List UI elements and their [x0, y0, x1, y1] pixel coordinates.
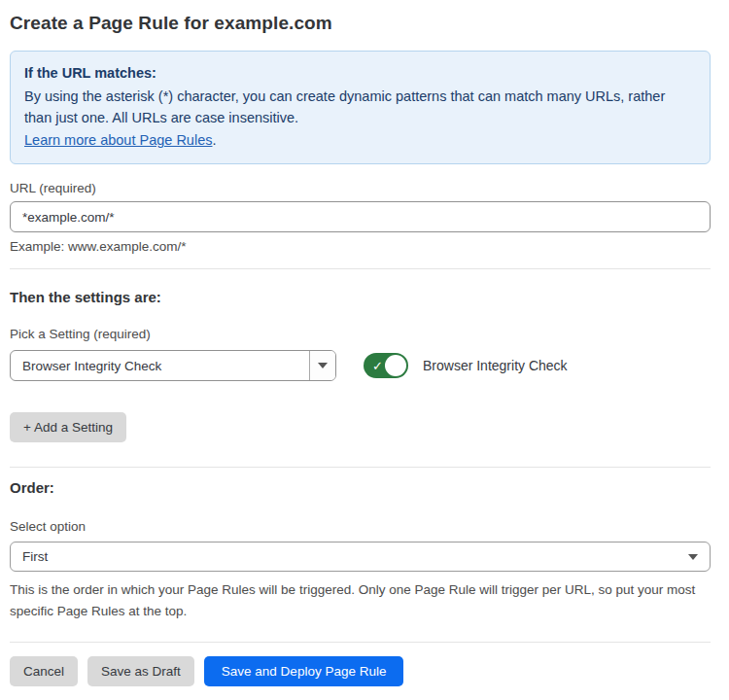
info-box-body: By using the asterisk (*) character, you… — [24, 86, 695, 128]
setting-dropdown[interactable]: Browser Integrity Check — [10, 350, 336, 381]
divider — [10, 642, 711, 643]
url-match-info-box: If the URL matches: By using the asteris… — [10, 51, 711, 164]
toggle-label: Browser Integrity Check — [423, 358, 568, 373]
browser-integrity-toggle[interactable]: ✓ — [364, 353, 408, 378]
order-select[interactable]: First — [10, 542, 711, 572]
info-box-link-line: Learn more about Page Rules. — [24, 129, 696, 151]
divider — [10, 268, 711, 269]
divider — [10, 467, 711, 468]
setting-dropdown-value: Browser Integrity Check — [11, 351, 309, 380]
save-as-draft-button[interactable]: Save as Draft — [87, 656, 194, 686]
add-setting-button[interactable]: + Add a Setting — [10, 412, 126, 442]
check-icon: ✓ — [372, 360, 383, 372]
url-field-label: URL (required) — [10, 181, 711, 195]
pick-setting-label: Pick a Setting (required) — [10, 327, 711, 341]
url-example-hint: Example: www.example.com/* — [10, 239, 711, 254]
save-and-deploy-button[interactable]: Save and Deploy Page Rule — [204, 656, 404, 686]
select-option-label: Select option — [10, 519, 711, 534]
order-select-value: First — [22, 549, 48, 564]
chevron-down-icon — [688, 554, 698, 560]
learn-more-link[interactable]: Learn more about Page Rules — [24, 132, 212, 148]
order-help-text: This is the order in which your Page Rul… — [10, 579, 711, 622]
create-page-rule-form: Create a Page Rule for example.com If th… — [0, 0, 729, 686]
setting-row: Browser Integrity Check ✓ Browser Integr… — [10, 350, 711, 381]
info-box-heading: If the URL matches: — [24, 62, 696, 84]
url-input[interactable] — [10, 201, 711, 232]
toggle-knob — [385, 355, 406, 376]
footer-actions: Cancel Save as Draft Save and Deploy Pag… — [10, 656, 711, 686]
cancel-button[interactable]: Cancel — [10, 656, 78, 686]
setting-dropdown-arrow-button[interactable] — [309, 351, 335, 380]
order-section-heading: Order: — [10, 479, 711, 496]
link-suffix: . — [212, 132, 216, 148]
chevron-down-icon — [318, 363, 328, 368]
page-title: Create a Page Rule for example.com — [10, 13, 711, 34]
settings-section-heading: Then the settings are: — [10, 289, 711, 305]
